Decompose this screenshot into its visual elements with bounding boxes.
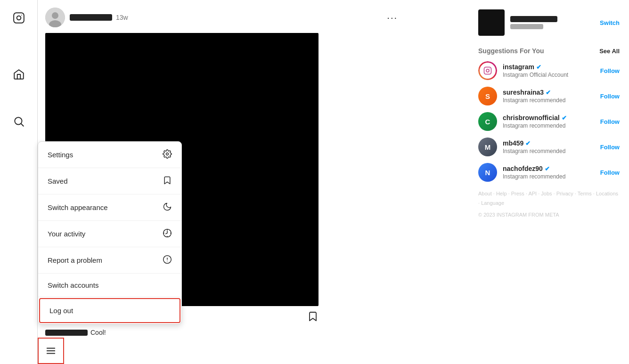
see-all-link[interactable]: See All [599, 48, 620, 55]
suggestion-left-3: C chrisbrownofficial ✔ Instagram recomme… [478, 112, 567, 131]
suggestion-left: instagram ✔ Instagram Official Account [478, 61, 568, 80]
suggestion-name-instagram: instagram ✔ [503, 63, 568, 71]
suggestion-text-2: sureshraina3 ✔ Instagram recommended [503, 89, 565, 104]
profile-name-bar [510, 16, 557, 22]
suggestion-sub-instagram: Instagram Official Account [503, 72, 568, 78]
suggestion-item-instagram: instagram ✔ Instagram Official Account F… [478, 61, 620, 80]
menu-item-saved[interactable]: Saved [38, 168, 181, 194]
footer-link-press[interactable]: Press [511, 191, 524, 196]
footer-link-language[interactable]: Language [481, 200, 504, 206]
settings-label: Settings [48, 151, 73, 159]
suggestion-item-sureshraina3: S sureshraina3 ✔ Instagram recommended F… [478, 87, 620, 105]
menu-item-settings[interactable]: Settings [38, 142, 181, 168]
suggestion-avatar-mb459: M [478, 138, 497, 156]
profile-avatar [478, 9, 505, 36]
search-icon[interactable] [8, 111, 29, 132]
suggestion-name-2: sureshraina3 ✔ [503, 89, 565, 96]
footer-copyright: © 2023 INSTAGRAM FROM META [478, 212, 620, 218]
footer-link-about[interactable]: About [478, 191, 492, 196]
suggestion-avatar-chrisbrownofficial: C [478, 112, 497, 131]
save-icon[interactable] [307, 311, 319, 324]
your-activity-label: Your activity [48, 230, 85, 238]
menu-item-your-activity[interactable]: Your activity [38, 221, 181, 247]
menu-item-report-problem[interactable]: Report a problem [38, 247, 181, 274]
main-content: 13w ··· [38, 0, 469, 364]
suggestion-text-3: chrisbrownofficial ✔ Instagram recommend… [503, 114, 567, 129]
follow-button-chrisbrownofficial[interactable]: Follow [600, 118, 620, 125]
suggestion-left-4: M mb459 ✔ Instagram recommended [478, 138, 565, 156]
svg-point-6 [52, 12, 58, 19]
menu-item-switch-appearance[interactable]: Switch appearance [38, 194, 181, 221]
suggestion-sub-4: Instagram recommended [503, 148, 565, 154]
switch-link[interactable]: Switch [600, 19, 620, 26]
footer-links: About · Help · Press · API · Jobs · Priv… [478, 189, 620, 208]
suggestion-sub-3: Instagram recommended [503, 122, 567, 129]
follow-button-mb459[interactable]: Follow [600, 144, 620, 151]
footer-link-locations[interactable]: Locations [596, 191, 618, 196]
suggestion-left-5: N nachofdez90 ✔ Instagram recommended [478, 163, 565, 182]
post-time: 13w [116, 14, 128, 21]
suggestion-avatar-nachofdez90: N [478, 163, 497, 182]
suggestion-item-nachofdez90: N nachofdez90 ✔ Instagram recommended Fo… [478, 163, 620, 182]
verified-badge-4: ✔ [525, 140, 531, 147]
verified-badge-5: ✔ [545, 165, 550, 172]
menu-item-switch-accounts[interactable]: Switch accounts [38, 274, 181, 297]
post-caption: Cool! [45, 329, 398, 336]
profile-name-block [510, 16, 557, 29]
switch-appearance-label: Switch appearance [48, 203, 108, 211]
more-options-icon[interactable]: ··· [387, 12, 398, 23]
log-out-label: Log out [49, 307, 73, 315]
report-problem-label: Report a problem [48, 256, 102, 264]
activity-icon [163, 228, 172, 239]
footer-link-help[interactable]: Help [496, 191, 507, 196]
svg-point-10 [166, 153, 169, 155]
hamburger-menu-icon[interactable] [38, 338, 64, 364]
saved-label: Saved [48, 177, 68, 185]
dropdown-menu: Settings Saved Switch appearance [38, 141, 182, 324]
suggestion-name-4: mb459 ✔ [503, 139, 565, 147]
profile-info [478, 9, 557, 36]
follow-button-nachofdez90[interactable]: Follow [600, 169, 620, 176]
suggestion-avatar-sureshraina3: S [478, 87, 497, 105]
suggestions-title: Suggestions For You [478, 47, 544, 55]
suggestion-text-5: nachofdez90 ✔ Instagram recommended [503, 165, 565, 180]
profile-sub-bar [510, 24, 543, 29]
caption-text: Cool! [90, 329, 106, 336]
settings-icon [163, 149, 172, 160]
home-icon[interactable] [8, 64, 29, 85]
suggestion-text-instagram: instagram ✔ Instagram Official Account [503, 63, 568, 78]
svg-rect-18 [484, 67, 491, 74]
instagram-logo-icon[interactable] [8, 8, 29, 28]
post-user: 13w [45, 8, 128, 27]
right-panel: Switch Suggestions For You See All [469, 0, 629, 364]
suggestion-text-4: mb459 ✔ Instagram recommended [503, 139, 565, 154]
footer-link-api[interactable]: API [528, 191, 537, 196]
suggestion-name-3: chrisbrownofficial ✔ [503, 114, 567, 121]
saved-icon [163, 176, 172, 186]
suggestion-item-chrisbrownofficial: C chrisbrownofficial ✔ Instagram recomme… [478, 112, 620, 131]
svg-point-19 [486, 69, 489, 72]
svg-line-4 [21, 124, 24, 126]
svg-point-2 [21, 15, 22, 16]
verified-badge-3: ✔ [562, 114, 567, 121]
footer-link-privacy[interactable]: Privacy [556, 191, 573, 196]
suggestions-header: Suggestions For You See All [478, 47, 620, 55]
follow-button-sureshraina3[interactable]: Follow [600, 93, 620, 100]
moon-icon [163, 202, 172, 213]
suggestion-sub-2: Instagram recommended [503, 97, 565, 104]
profile-header: Switch [478, 9, 620, 36]
follow-button-instagram[interactable]: Follow [600, 67, 620, 74]
svg-rect-0 [14, 13, 24, 23]
footer-link-jobs[interactable]: Jobs [541, 191, 552, 196]
svg-point-1 [16, 16, 21, 20]
suggestion-sub-5: Instagram recommended [503, 173, 565, 180]
alert-icon [163, 255, 172, 266]
sidebar [0, 0, 38, 364]
verified-badge-2: ✔ [546, 89, 551, 96]
switch-accounts-label: Switch accounts [48, 281, 98, 289]
menu-item-log-out[interactable]: Log out [39, 298, 180, 323]
suggestion-avatar-instagram [478, 61, 497, 80]
svg-point-20 [490, 68, 490, 69]
footer-link-terms[interactable]: Terms [578, 191, 592, 196]
suggestion-item-mb459: M mb459 ✔ Instagram recommended Follow [478, 138, 620, 156]
